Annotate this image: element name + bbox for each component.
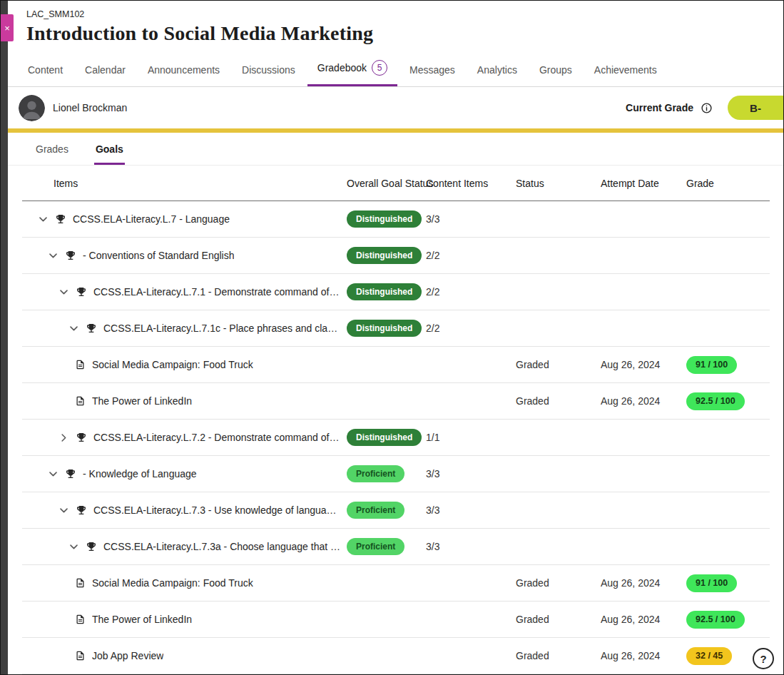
items-cell: CCSS.ELA-Literacy.L.7.2 - Demonstrate co… bbox=[22, 432, 347, 443]
items-cell: Job App Review bbox=[22, 650, 347, 661]
info-icon[interactable] bbox=[701, 102, 713, 114]
items-cell: Social Media Campaign: Food Truck bbox=[22, 577, 347, 589]
goal-trophy-icon bbox=[86, 541, 97, 552]
content-items-count-cell: 3/3 bbox=[426, 213, 516, 225]
item-status-cell: Graded bbox=[516, 577, 601, 589]
goal-row: CCSS.ELA-Literacy.L.7.3a - Choose langua… bbox=[22, 529, 770, 565]
table-body: CCSS.ELA-Literacy.L.7 - LanguageDistingu… bbox=[22, 201, 770, 674]
collapse-chevron-icon[interactable] bbox=[68, 542, 79, 552]
help-button[interactable]: ? bbox=[753, 648, 774, 669]
attempt-date-cell: Aug 26, 2024 bbox=[601, 650, 686, 661]
course-header: LAC_SMM102 Introduction to Social Media … bbox=[8, 1, 783, 45]
tab-gradebook[interactable]: Gradebook5 bbox=[307, 54, 397, 86]
content-items-count: 3/3 bbox=[426, 468, 439, 479]
item-status: Graded bbox=[516, 395, 549, 407]
goal-row: - Conventions of Standard EnglishDisting… bbox=[22, 238, 770, 274]
tab-calendar[interactable]: Calendar bbox=[83, 59, 127, 86]
item-status: Graded bbox=[516, 577, 549, 589]
column-header-attempt-date: Attempt Date bbox=[601, 178, 686, 189]
content-item-row: Social Media Campaign: Food TruckGradedA… bbox=[22, 565, 770, 602]
content-items-count-cell: 3/3 bbox=[426, 504, 516, 516]
goal-status-pill: Distinguished bbox=[347, 283, 422, 300]
tab-messages[interactable]: Messages bbox=[408, 59, 457, 86]
gradebook-count-badge: 5 bbox=[372, 60, 387, 76]
attempt-date: Aug 26, 2024 bbox=[601, 614, 660, 625]
content-item-title[interactable]: The Power of LinkedIn bbox=[92, 395, 192, 407]
goal-status-pill: Distinguished bbox=[347, 320, 422, 337]
course-code: LAC_SMM102 bbox=[26, 9, 783, 19]
goal-status-cell: Proficient bbox=[347, 538, 426, 555]
grade-cell: 92.5 / 100 bbox=[686, 392, 770, 410]
goal-label: CCSS.ELA-Literacy.L.7.3a - Choose langua… bbox=[103, 541, 341, 552]
subtab-grades[interactable]: Grades bbox=[34, 133, 70, 165]
content-item-row: The Power of LinkedInGradedAug 26, 20249… bbox=[22, 602, 770, 638]
tab-label: Announcements bbox=[148, 64, 220, 76]
goal-label: - Knowledge of Language bbox=[83, 468, 197, 479]
app-window: × LAC_SMM102 Introduction to Social Medi… bbox=[0, 0, 784, 675]
tab-announcements[interactable]: Announcements bbox=[146, 59, 221, 86]
goal-status-cell: Proficient bbox=[347, 465, 426, 482]
tab-groups[interactable]: Groups bbox=[538, 59, 574, 86]
content-item-row: Job App ReviewGradedAug 26, 202432 / 45 bbox=[22, 638, 770, 674]
tab-analytics[interactable]: Analytics bbox=[476, 59, 519, 86]
content-item-title[interactable]: Job App Review bbox=[92, 650, 163, 661]
content-item-title[interactable]: The Power of LinkedIn bbox=[92, 614, 192, 625]
item-status: Graded bbox=[516, 650, 549, 661]
goal-label: CCSS.ELA-Literacy.L.7.3 - Use knowledge … bbox=[93, 504, 341, 516]
collapse-chevron-icon[interactable] bbox=[58, 287, 69, 298]
content-items-count-cell: 3/3 bbox=[426, 468, 516, 479]
goal-label: CCSS.ELA-Literacy.L.7.2 - Demonstrate co… bbox=[93, 432, 341, 443]
goal-status-cell: Distinguished bbox=[347, 429, 426, 446]
content-items-count: 1/1 bbox=[426, 432, 439, 443]
item-status-cell: Graded bbox=[516, 359, 601, 370]
tab-achievements[interactable]: Achievements bbox=[593, 59, 658, 86]
content-item-title[interactable]: Social Media Campaign: Food Truck bbox=[92, 359, 253, 370]
close-panel-button[interactable]: × bbox=[1, 14, 14, 41]
content-item-title[interactable]: Social Media Campaign: Food Truck bbox=[92, 577, 253, 589]
question-mark-icon: ? bbox=[760, 653, 766, 665]
collapse-chevron-icon[interactable] bbox=[48, 250, 58, 261]
collapse-chevron-icon[interactable] bbox=[38, 214, 49, 225]
student-name: Lionel Brockman bbox=[53, 102, 127, 113]
content-items-count-cell: 3/3 bbox=[426, 541, 516, 552]
collapse-chevron-icon[interactable] bbox=[68, 323, 79, 334]
items-cell: CCSS.ELA-Literacy.L.7.3 - Use knowledge … bbox=[22, 504, 347, 516]
goals-table: ItemsOverall Goal StatusContent ItemsSta… bbox=[22, 166, 770, 674]
subtab-goals[interactable]: Goals bbox=[94, 133, 125, 165]
tab-content[interactable]: Content bbox=[26, 59, 64, 86]
attempt-date-cell: Aug 26, 2024 bbox=[601, 359, 686, 370]
items-cell: The Power of LinkedIn bbox=[22, 614, 347, 625]
collapse-chevron-icon[interactable] bbox=[58, 505, 69, 516]
items-cell: - Knowledge of Language bbox=[22, 468, 347, 479]
document-icon bbox=[75, 577, 86, 589]
attempt-date-cell: Aug 26, 2024 bbox=[601, 614, 686, 625]
grade-pill: 92.5 / 100 bbox=[686, 611, 745, 629]
content-items-count: 2/2 bbox=[426, 323, 439, 334]
goal-trophy-icon bbox=[76, 504, 87, 516]
attempt-date: Aug 26, 2024 bbox=[601, 395, 660, 407]
content-items-count-cell: 1/1 bbox=[426, 432, 516, 443]
current-grade-pill[interactable]: B- bbox=[728, 96, 783, 120]
collapse-chevron-icon[interactable] bbox=[48, 469, 58, 479]
course-page: LAC_SMM102 Introduction to Social Media … bbox=[8, 1, 783, 674]
current-grade: Current Grade B- bbox=[626, 96, 783, 120]
expand-chevron-icon[interactable] bbox=[58, 432, 69, 443]
goal-trophy-icon bbox=[55, 213, 66, 225]
goal-row: CCSS.ELA-Literacy.L.7.1 - Demonstrate co… bbox=[22, 274, 770, 310]
item-status-cell: Graded bbox=[516, 614, 601, 625]
items-cell: - Conventions of Standard English bbox=[22, 250, 347, 261]
student-bar: Lionel Brockman Current Grade B- bbox=[8, 87, 783, 128]
content-item-row: The Power of LinkedInGradedAug 26, 20249… bbox=[22, 383, 770, 420]
goal-status-pill: Proficient bbox=[347, 465, 404, 482]
goal-row: - Knowledge of LanguageProficient3/3 bbox=[22, 456, 770, 492]
goal-trophy-icon bbox=[65, 468, 76, 479]
goal-trophy-icon bbox=[76, 432, 87, 443]
goal-status-pill: Distinguished bbox=[347, 210, 422, 228]
tab-label: Groups bbox=[539, 64, 572, 76]
tab-label: Analytics bbox=[477, 64, 517, 76]
grade-cell: 91 / 100 bbox=[686, 356, 770, 374]
attempt-date-cell: Aug 26, 2024 bbox=[601, 577, 686, 589]
tab-discussions[interactable]: Discussions bbox=[240, 59, 297, 86]
attempt-date: Aug 26, 2024 bbox=[601, 359, 660, 370]
goal-label: - Conventions of Standard English bbox=[83, 250, 234, 261]
